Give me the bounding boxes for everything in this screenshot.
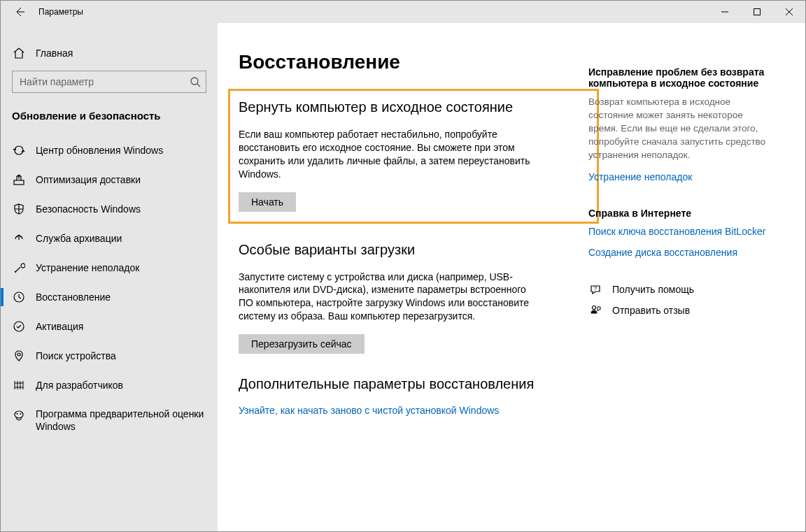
- close-icon: [786, 8, 793, 15]
- delivery-icon: [12, 173, 26, 187]
- reset-desc: Если ваш компьютер работает нестабильно,…: [239, 128, 532, 181]
- wrench-icon: [12, 261, 26, 275]
- svg-point-10: [593, 306, 596, 310]
- search-wrap: [12, 71, 206, 93]
- back-button[interactable]: [5, 1, 34, 23]
- fresh-start-link[interactable]: Узнайте, как начать заново с чистой уста…: [239, 405, 499, 416]
- sidebar-item-troubleshoot[interactable]: Устранение неполадок: [1, 253, 218, 282]
- sidebar-section: Обновление и безопасность: [1, 106, 218, 136]
- reset-title: Вернуть компьютер в исходное состояние: [239, 99, 588, 115]
- sidebar-item-recovery[interactable]: Восстановление: [1, 282, 218, 312]
- sidebar-item-label: Безопасность Windows: [36, 203, 141, 215]
- sidebar-item-security[interactable]: Безопасность Windows: [1, 194, 218, 224]
- svg-point-4: [14, 322, 24, 331]
- bitlocker-link[interactable]: Поиск ключа восстановления BitLocker: [588, 226, 770, 237]
- get-help-label: Получить помощь: [612, 284, 694, 295]
- advanced-startup-title: Особые варианты загрузки: [239, 242, 588, 258]
- reset-start-button[interactable]: Начать: [239, 192, 296, 212]
- developers-icon: [12, 378, 26, 392]
- sidebar-item-backup[interactable]: Служба архивации: [1, 224, 218, 253]
- sidebar-item-label: Устранение неполадок: [36, 262, 139, 273]
- svg-rect-2: [14, 180, 24, 185]
- feedback-icon: [588, 304, 602, 317]
- sidebar-item-delivery[interactable]: Оптимизация доставки: [1, 165, 218, 194]
- main-content: Восстановление Вернуть компьютер в исход…: [218, 23, 805, 531]
- svg-point-7: [17, 413, 18, 415]
- feedback-label: Отправить отзыв: [612, 305, 690, 316]
- sidebar-item-label: Восстановление: [36, 292, 111, 303]
- shield-icon: [12, 202, 26, 216]
- minimize-icon: [721, 8, 728, 15]
- recovery-drive-link[interactable]: Создание диска восстановления: [588, 247, 770, 258]
- sidebar-home[interactable]: Главная: [1, 38, 218, 68]
- more-recovery-title: Дополнительные параметры восстановления: [239, 376, 588, 392]
- arrow-left-icon: [14, 6, 25, 17]
- svg-point-5: [17, 353, 20, 356]
- advanced-startup-section: Особые варианты загрузки Запустите систе…: [239, 242, 588, 354]
- svg-point-8: [20, 413, 22, 415]
- feedback-button[interactable]: Отправить отзыв: [588, 304, 770, 317]
- svg-point-6: [15, 411, 23, 418]
- check-circle-icon: [12, 319, 26, 333]
- backup-icon: [12, 231, 26, 245]
- troubleshoot-desc: Возврат компьютера в исходное состояние …: [588, 96, 770, 161]
- close-button[interactable]: [773, 1, 805, 23]
- reset-pc-section: Вернуть компьютер в исходное состояние Е…: [228, 89, 599, 224]
- sidebar-item-insider[interactable]: Программа предварительной оценки Windows: [1, 400, 218, 440]
- troubleshoot-title: Исправление проблем без возврата компьют…: [588, 66, 770, 89]
- home-icon: [12, 46, 26, 60]
- window-title: Параметры: [34, 7, 83, 17]
- sidebar-item-label: Активация: [36, 321, 83, 332]
- search-input[interactable]: [12, 71, 206, 93]
- restart-now-button[interactable]: Перезагрузить сейчас: [239, 334, 365, 354]
- location-icon: [12, 349, 26, 363]
- sidebar-item-label: Поиск устройства: [36, 350, 116, 361]
- sidebar-item-label: Программа предварительной оценки Windows: [36, 408, 206, 433]
- advanced-startup-desc: Запустите систему с устройства или диска…: [239, 271, 532, 324]
- sidebar-item-activation[interactable]: Активация: [1, 312, 218, 341]
- sidebar-item-label: Центр обновления Windows: [36, 145, 163, 156]
- sidebar-home-label: Главная: [36, 48, 73, 59]
- sidebar-item-update[interactable]: Центр обновления Windows: [1, 136, 218, 165]
- recovery-icon: [12, 290, 26, 304]
- help-chat-icon: ?: [588, 283, 602, 296]
- right-column: Исправление проблем без возврата компьют…: [588, 23, 791, 531]
- sidebar-item-findmydevice[interactable]: Поиск устройства: [1, 341, 218, 371]
- sidebar-item-developers[interactable]: Для разработчиков: [1, 371, 218, 400]
- maximize-button[interactable]: [741, 1, 773, 23]
- svg-rect-0: [754, 9, 761, 15]
- sync-icon: [12, 143, 26, 157]
- web-help-title: Справка в Интернете: [588, 208, 770, 219]
- titlebar: Параметры: [1, 1, 805, 23]
- maximize-icon: [754, 8, 761, 15]
- more-recovery-section: Дополнительные параметры восстановления …: [239, 376, 588, 416]
- insider-icon: [12, 409, 26, 423]
- sidebar-item-label: Служба архивации: [36, 233, 122, 244]
- get-help-button[interactable]: ? Получить помощь: [588, 283, 770, 296]
- svg-text:?: ?: [594, 285, 598, 292]
- sidebar-item-label: Оптимизация доставки: [36, 174, 141, 185]
- page-title: Восстановление: [239, 51, 588, 73]
- troubleshoot-link[interactable]: Устранение неполадок: [588, 171, 770, 182]
- minimize-button[interactable]: [709, 1, 741, 23]
- sidebar-item-label: Для разработчиков: [36, 380, 123, 391]
- settings-window: Параметры Главная: [0, 0, 806, 532]
- sidebar: Главная Обновление и безопасность Центр …: [1, 23, 218, 531]
